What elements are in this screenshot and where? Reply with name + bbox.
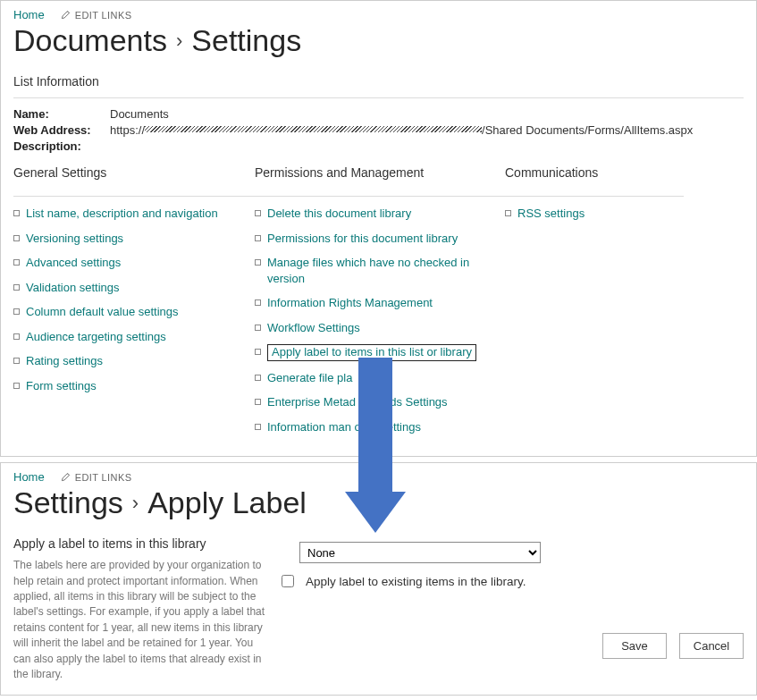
apply-label-description: Apply a label to items in this library T… bbox=[13, 536, 273, 682]
name-label: Name: bbox=[13, 107, 110, 121]
divider bbox=[255, 196, 505, 197]
settings-panel: Home EDIT LINKS Documents › Settings Lis… bbox=[0, 0, 757, 457]
redacted-text: xxxxxxxxxxxxxxxxxxxxxxxxxxxxxxxxxxxxxxxx… bbox=[145, 123, 482, 137]
col-permissions-management: Permissions and Management Delete this d… bbox=[255, 165, 505, 443]
settings-link[interactable]: Delete this document library bbox=[267, 207, 411, 220]
apply-existing-checkbox[interactable] bbox=[282, 575, 294, 587]
settings-link[interactable]: Workflow Settings bbox=[267, 321, 360, 334]
apply-existing-label: Apply label to existing items in the lib… bbox=[306, 575, 526, 588]
title-part-documents: Documents bbox=[13, 23, 167, 58]
settings-link-item: Form settings bbox=[13, 378, 255, 394]
settings-link-item: Versioning settings bbox=[13, 231, 255, 247]
pencil-icon bbox=[61, 472, 71, 482]
settings-link-item: Validation settings bbox=[13, 280, 255, 296]
page-title: Documents › Settings bbox=[13, 23, 744, 58]
settings-link-item: Workflow Settings bbox=[255, 320, 505, 336]
description-label: Description: bbox=[13, 139, 110, 153]
label-select[interactable]: None bbox=[299, 542, 541, 563]
top-nav: Home EDIT LINKS bbox=[13, 8, 744, 21]
settings-link-item: Rating settings bbox=[13, 353, 255, 369]
settings-link[interactable]: Form settings bbox=[26, 379, 97, 392]
settings-link[interactable]: Column default value settings bbox=[26, 305, 179, 318]
settings-link-item: Audience targeting settings bbox=[13, 329, 255, 345]
breadcrumb-sep-icon: › bbox=[176, 30, 182, 53]
breadcrumb-sep-icon: › bbox=[132, 492, 139, 515]
edit-links[interactable]: EDIT LINKS bbox=[61, 10, 132, 21]
settings-link-item: Apply label to items in this list or lib… bbox=[255, 344, 505, 360]
title-part-settings: Settings bbox=[13, 485, 123, 520]
settings-link-item: Advanced settings bbox=[13, 255, 255, 271]
permissions-heading: Permissions and Management bbox=[255, 165, 505, 180]
apply-label-desc: The labels here are provided by your org… bbox=[13, 558, 273, 682]
page-title: Settings › Apply Label bbox=[13, 485, 744, 520]
title-part-apply-label: Apply Label bbox=[147, 485, 307, 520]
save-button[interactable]: Save bbox=[602, 633, 667, 659]
edit-links[interactable]: EDIT LINKS bbox=[61, 472, 132, 483]
divider bbox=[13, 196, 255, 197]
name-value: Documents bbox=[110, 107, 169, 121]
settings-link[interactable]: Rating settings bbox=[26, 354, 103, 367]
settings-link-item: Generate file pla bbox=[255, 370, 505, 386]
settings-link[interactable]: Audience targeting settings bbox=[26, 330, 166, 343]
settings-link[interactable]: Versioning settings bbox=[26, 232, 123, 245]
settings-link-item: Information man olicy settings bbox=[255, 419, 505, 435]
settings-link-item: Manage files which have no checked in ve… bbox=[255, 255, 505, 286]
list-info-table: Name: Documents Web Address: https://xxx… bbox=[13, 107, 744, 153]
settings-link-item: Column default value settings bbox=[13, 304, 255, 320]
web-address-label: Web Address: bbox=[13, 123, 110, 137]
col-general-settings: General Settings List name, description … bbox=[13, 165, 255, 443]
settings-link[interactable]: Validation settings bbox=[26, 281, 120, 294]
communications-heading: Communications bbox=[505, 165, 684, 180]
settings-link-item: Permissions for this document library bbox=[255, 231, 505, 247]
settings-link[interactable]: Enterprise Metad eywords Settings bbox=[267, 395, 448, 409]
settings-link[interactable]: Manage files which have no checked in ve… bbox=[267, 256, 469, 285]
settings-columns: General Settings List name, description … bbox=[13, 165, 744, 443]
settings-link[interactable]: Generate file pla bbox=[267, 371, 352, 384]
home-link[interactable]: Home bbox=[13, 470, 45, 484]
title-part-settings: Settings bbox=[191, 23, 301, 58]
divider bbox=[505, 196, 684, 197]
divider bbox=[13, 97, 744, 98]
settings-link[interactable]: Permissions for this document library bbox=[267, 232, 458, 245]
apply-label-lead: Apply a label to items in this library bbox=[13, 536, 273, 551]
general-settings-heading: General Settings bbox=[13, 165, 255, 180]
settings-link-item: RSS settings bbox=[505, 206, 684, 222]
settings-link[interactable]: RSS settings bbox=[517, 207, 585, 220]
settings-link[interactable]: List name, description and navigation bbox=[26, 207, 218, 220]
list-information-heading: List Information bbox=[13, 74, 744, 89]
settings-link-item: List name, description and navigation bbox=[13, 206, 255, 222]
cancel-button[interactable]: Cancel bbox=[679, 633, 744, 659]
settings-link-item: Enterprise Metad eywords Settings bbox=[255, 394, 505, 410]
home-link[interactable]: Home bbox=[13, 8, 45, 21]
edit-links-label: EDIT LINKS bbox=[75, 472, 132, 483]
edit-links-label: EDIT LINKS bbox=[75, 10, 132, 21]
settings-link-item: Information Rights Management bbox=[255, 295, 505, 311]
settings-link[interactable]: Information man olicy settings bbox=[267, 420, 421, 434]
apply-label-panel: Home EDIT LINKS Settings › Apply Label A… bbox=[0, 462, 757, 696]
pencil-icon bbox=[61, 10, 71, 20]
settings-link[interactable]: Apply label to items in this list or lib… bbox=[267, 344, 476, 360]
top-nav: Home EDIT LINKS bbox=[13, 470, 744, 484]
web-address-value: https://xxxxxxxxxxxxxxxxxxxxxxxxxxxxxxxx… bbox=[110, 123, 693, 137]
settings-link[interactable]: Information Rights Management bbox=[267, 296, 433, 309]
col-communications: Communications RSS settings bbox=[505, 165, 684, 443]
settings-link-item: Delete this document library bbox=[255, 206, 505, 222]
settings-link[interactable]: Advanced settings bbox=[26, 256, 121, 269]
